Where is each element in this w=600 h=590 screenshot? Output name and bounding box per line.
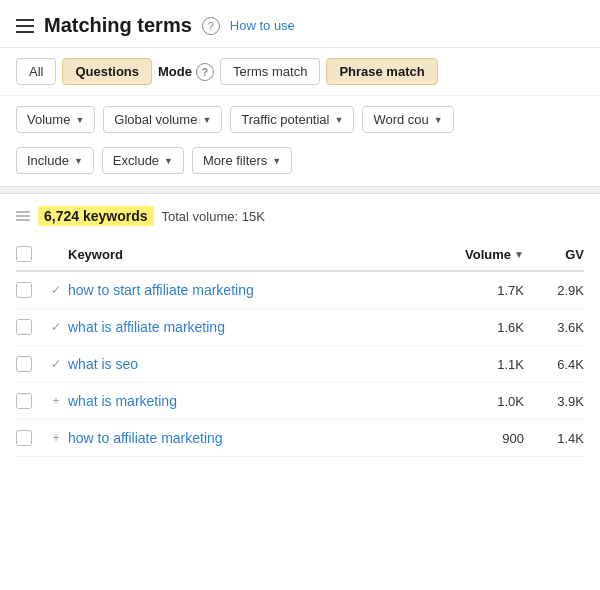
mode-label: Mode ? xyxy=(158,63,214,81)
filter-row-include: Include ▼ Exclude ▼ More filters ▼ xyxy=(0,143,600,186)
table-row: ✓ what is affiliate marketing 1.6K 3.6K xyxy=(16,309,584,346)
keywords-badge: 6,724 keywords xyxy=(38,206,154,226)
exclude-dropdown-arrow: ▼ xyxy=(164,156,173,166)
keyword-col-header: Keyword xyxy=(68,247,444,262)
help-icon[interactable]: ? xyxy=(202,17,220,35)
gv-col-header: GV xyxy=(524,247,584,262)
row-status-icon-2: ✓ xyxy=(44,357,68,371)
row-status-icon-4: + xyxy=(44,431,68,445)
gv-value-4: 1.4K xyxy=(524,431,584,446)
keyword-link-3[interactable]: what is marketing xyxy=(68,393,444,409)
volume-value-2: 1.1K xyxy=(444,357,524,372)
total-volume: Total volume: 15K xyxy=(162,209,265,224)
keyword-link-4[interactable]: how to affiliate marketing xyxy=(68,430,444,446)
keyword-link-1[interactable]: what is affiliate marketing xyxy=(68,319,444,335)
global-volume-dropdown-arrow: ▼ xyxy=(202,115,211,125)
traffic-potential-dropdown-arrow: ▼ xyxy=(334,115,343,125)
tab-row: All Questions Mode ? Terms match Phrase … xyxy=(0,48,600,96)
global-volume-dropdown[interactable]: Global volume ▼ xyxy=(103,106,222,133)
row-status-icon-1: ✓ xyxy=(44,320,68,334)
drag-handle[interactable] xyxy=(16,211,30,221)
tab-questions[interactable]: Questions xyxy=(62,58,152,85)
more-filters-dropdown-arrow: ▼ xyxy=(272,156,281,166)
gv-value-1: 3.6K xyxy=(524,320,584,335)
table-row: + how to affiliate marketing 900 1.4K xyxy=(16,420,584,457)
select-all-checkbox[interactable] xyxy=(16,246,32,262)
volume-dropdown[interactable]: Volume ▼ xyxy=(16,106,95,133)
include-dropdown-arrow: ▼ xyxy=(74,156,83,166)
volume-sort-arrow: ▼ xyxy=(514,249,524,260)
row-checkbox-4[interactable] xyxy=(16,430,32,446)
keywords-table: Keyword Volume ▼ GV ✓ how to start affil… xyxy=(0,238,600,457)
how-to-use-link[interactable]: How to use xyxy=(230,18,295,33)
hamburger-icon[interactable] xyxy=(16,19,34,33)
traffic-potential-dropdown[interactable]: Traffic potential ▼ xyxy=(230,106,354,133)
table-row: ✓ what is seo 1.1K 6.4K xyxy=(16,346,584,383)
mode-help-icon[interactable]: ? xyxy=(196,63,214,81)
table-row: + what is marketing 1.0K 3.9K xyxy=(16,383,584,420)
gv-value-0: 2.9K xyxy=(524,283,584,298)
page-title: Matching terms xyxy=(44,14,192,37)
summary-row: 6,724 keywords Total volume: 15K xyxy=(0,194,600,238)
word-count-dropdown[interactable]: Word cou ▼ xyxy=(362,106,453,133)
word-count-dropdown-arrow: ▼ xyxy=(434,115,443,125)
volume-value-1: 1.6K xyxy=(444,320,524,335)
separator xyxy=(0,186,600,194)
volume-col-header[interactable]: Volume ▼ xyxy=(444,247,524,262)
table-header: Keyword Volume ▼ GV xyxy=(16,238,584,272)
keyword-link-2[interactable]: what is seo xyxy=(68,356,444,372)
table-body: ✓ how to start affiliate marketing 1.7K … xyxy=(16,272,584,457)
exclude-dropdown[interactable]: Exclude ▼ xyxy=(102,147,184,174)
volume-value-0: 1.7K xyxy=(444,283,524,298)
more-filters-dropdown[interactable]: More filters ▼ xyxy=(192,147,292,174)
row-status-icon-0: ✓ xyxy=(44,283,68,297)
tab-terms-match[interactable]: Terms match xyxy=(220,58,320,85)
include-dropdown[interactable]: Include ▼ xyxy=(16,147,94,174)
tab-phrase-match[interactable]: Phrase match xyxy=(326,58,437,85)
filter-row-volume: Volume ▼ Global volume ▼ Traffic potenti… xyxy=(0,96,600,143)
header: Matching terms ? How to use xyxy=(0,0,600,48)
volume-value-4: 900 xyxy=(444,431,524,446)
volume-dropdown-arrow: ▼ xyxy=(75,115,84,125)
tab-all[interactable]: All xyxy=(16,58,56,85)
row-checkbox-2[interactable] xyxy=(16,356,32,372)
volume-value-3: 1.0K xyxy=(444,394,524,409)
gv-value-2: 6.4K xyxy=(524,357,584,372)
row-checkbox-3[interactable] xyxy=(16,393,32,409)
row-status-icon-3: + xyxy=(44,394,68,408)
table-row: ✓ how to start affiliate marketing 1.7K … xyxy=(16,272,584,309)
keyword-link-0[interactable]: how to start affiliate marketing xyxy=(68,282,444,298)
gv-value-3: 3.9K xyxy=(524,394,584,409)
row-checkbox-0[interactable] xyxy=(16,282,32,298)
row-checkbox-1[interactable] xyxy=(16,319,32,335)
